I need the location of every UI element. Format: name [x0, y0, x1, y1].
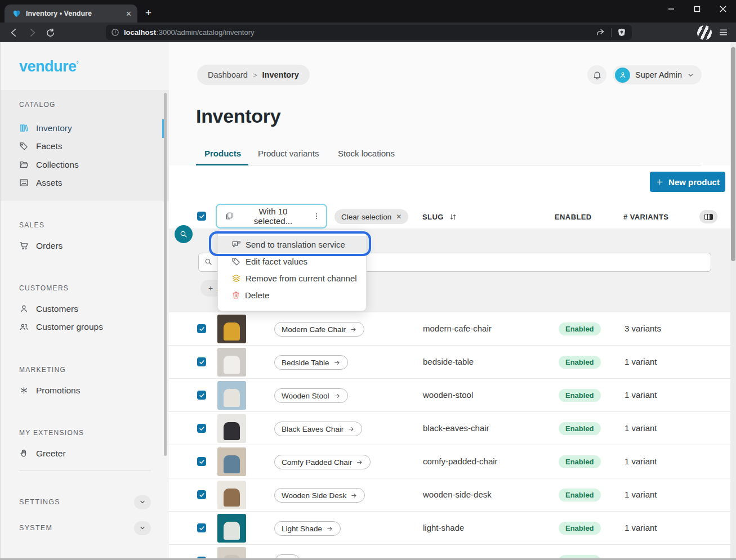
maximize-button[interactable] — [684, 0, 710, 18]
chevron-down-icon[interactable] — [134, 495, 151, 509]
cart-icon — [19, 241, 29, 250]
product-name-link[interactable]: Comfy Padded Chair — [274, 455, 371, 469]
chevron-right-icon: > — [253, 71, 257, 79]
product-name-link[interactable]: Wooden Side Desk — [274, 488, 365, 503]
sidebar-item-assets[interactable]: Assets — [1, 174, 164, 191]
page-scrollbar[interactable] — [730, 42, 736, 560]
menu-item-send-to-translation-service[interactable]: a Send to translation service — [218, 236, 366, 253]
folder-icon — [19, 160, 29, 169]
status-badge: Enabled — [559, 522, 601, 535]
user-menu[interactable]: Super Admin — [613, 65, 702, 84]
menu-item-delete[interactable]: Delete — [218, 286, 366, 303]
plus-icon — [655, 178, 664, 186]
row-checkbox[interactable] — [197, 324, 206, 333]
variant-count: 1 variant — [625, 490, 657, 499]
row-checkbox[interactable] — [197, 457, 206, 466]
minimize-button[interactable] — [658, 0, 684, 18]
table-row[interactable]: Light Shade light-shade Enabled 1 varian… — [169, 512, 730, 545]
url-host: localhost — [124, 28, 156, 37]
sidebar-item-collections[interactable]: Collections — [1, 156, 164, 173]
column-settings-button[interactable] — [699, 210, 717, 223]
tab-product-variants[interactable]: Product variants — [258, 149, 319, 158]
share-icon[interactable] — [596, 28, 605, 37]
column-header-variants[interactable]: # VARIANTS — [623, 213, 668, 221]
breadcrumb-dashboard[interactable]: Dashboard — [208, 70, 248, 79]
sidebar-item-inventory[interactable]: Inventory — [1, 119, 164, 137]
sidebar-item-system[interactable]: SYSTEM — [19, 521, 151, 535]
tab-products[interactable]: Products — [204, 149, 241, 158]
product-name-link[interactable]: Modern Cafe Chair — [274, 322, 364, 337]
row-checkbox[interactable] — [197, 523, 206, 532]
column-header-enabled[interactable]: ENABLED — [555, 213, 592, 221]
new-tab-button[interactable]: + — [145, 7, 151, 19]
notifications-button[interactable] — [587, 65, 606, 84]
chevron-down-icon[interactable] — [134, 521, 151, 535]
scrollbar-thumb[interactable] — [731, 47, 735, 261]
product-name-link[interactable]: Wooden Stool — [274, 388, 348, 403]
user-name: Super Admin — [635, 70, 682, 79]
select-all-checkbox[interactable] — [197, 212, 206, 221]
close-button[interactable] — [710, 0, 736, 18]
tag-icon — [231, 257, 241, 266]
vendure-logo[interactable]: vendure° — [19, 58, 78, 75]
product-slug: black-eaves-chair — [423, 423, 489, 433]
product-name-link[interactable]: Light Shade — [274, 521, 341, 536]
row-checkbox[interactable] — [197, 424, 206, 433]
with-selected-button[interactable]: With 10 selected... — [216, 204, 327, 229]
row-checkbox[interactable] — [197, 357, 206, 366]
sidebar-item-orders[interactable]: Orders — [1, 237, 164, 254]
sidebar-item-settings[interactable]: SETTINGS — [19, 495, 151, 509]
section-label-my-extensions: MY EXTENSIONS — [19, 429, 84, 437]
breadcrumb[interactable]: Dashboard > Inventory — [197, 65, 310, 85]
forward-button[interactable] — [26, 26, 38, 39]
sidebar-item-customers[interactable]: Customers — [1, 300, 164, 317]
tab-stock-locations[interactable]: Stock locations — [338, 149, 395, 158]
product-name-link[interactable]: Bedside Table — [274, 355, 348, 370]
back-button[interactable] — [8, 26, 20, 39]
sidebar-item-facets[interactable]: Facets — [1, 137, 164, 155]
new-product-button[interactable]: New product — [650, 172, 725, 192]
brave-shield-icon[interactable] — [617, 28, 626, 37]
status-badge: Enabled — [559, 322, 601, 335]
table-row[interactable]: Enabled — [169, 545, 730, 560]
tab-close-icon[interactable]: ✕ — [126, 10, 132, 18]
sort-icon[interactable] — [449, 213, 457, 221]
reload-button[interactable] — [44, 26, 56, 39]
search-toggle-button[interactable] — [175, 225, 193, 243]
row-checkbox[interactable] — [197, 391, 206, 400]
table-row[interactable]: Modern Cafe Chair modern-cafe-chair Enab… — [169, 312, 730, 346]
user-avatar-icon — [615, 68, 630, 83]
arrow-right-icon — [333, 359, 341, 366]
arrow-right-icon — [350, 492, 358, 499]
row-checkbox[interactable] — [197, 490, 206, 499]
profile-avatar[interactable] — [697, 25, 712, 40]
column-header-slug[interactable]: SLUG — [422, 213, 444, 221]
kebab-menu-icon[interactable] — [313, 212, 320, 221]
section-label-sales: SALES — [19, 221, 44, 229]
address-bar[interactable]: localhost :3000/admin/catalog/inventory — [106, 25, 632, 40]
search-icon — [179, 230, 188, 239]
table-row[interactable]: Wooden Stool wooden-stool Enabled 1 vari… — [169, 379, 730, 412]
section-label-customers: CUSTOMERS — [19, 284, 69, 292]
table-row[interactable]: Bedside Table bedside-table Enabled 1 va… — [169, 346, 730, 379]
sidebar-item-customer-groups[interactable]: Customer groups — [1, 318, 164, 335]
table-row[interactable]: Comfy Padded Chair comfy-padded-chair En… — [169, 445, 730, 478]
browser-tab[interactable]: Inventory • Vendure ✕ — [5, 5, 137, 23]
table-row[interactable]: Black Eaves Chair black-eaves-chair Enab… — [169, 412, 730, 445]
menu-item-remove-from-channel[interactable]: Remove from current channel — [218, 270, 366, 286]
main-content: Dashboard > Inventory Super Admin Invent… — [169, 42, 736, 560]
site-info-icon[interactable] — [111, 28, 119, 37]
product-name-link[interactable]: Black Eaves Chair — [274, 422, 362, 436]
browser-menu-icon[interactable] — [719, 28, 728, 37]
menu-item-edit-facet-values[interactable]: Edit facet values — [218, 253, 366, 270]
product-slug: wooden-stool — [423, 390, 473, 400]
table-row[interactable]: Wooden Side Desk wooden-side-desk Enable… — [169, 478, 730, 512]
clear-selection-button[interactable]: Clear selection✕ — [334, 209, 408, 224]
translate-icon: a — [231, 240, 241, 249]
sidebar-scrollbar[interactable] — [164, 93, 167, 456]
divider — [611, 28, 612, 37]
sidebar-item-promotions[interactable]: Promotions — [1, 382, 164, 399]
close-icon: ✕ — [396, 213, 402, 221]
sidebar-item-greeter[interactable]: Greeter — [1, 445, 164, 462]
product-thumbnail — [217, 315, 246, 343]
